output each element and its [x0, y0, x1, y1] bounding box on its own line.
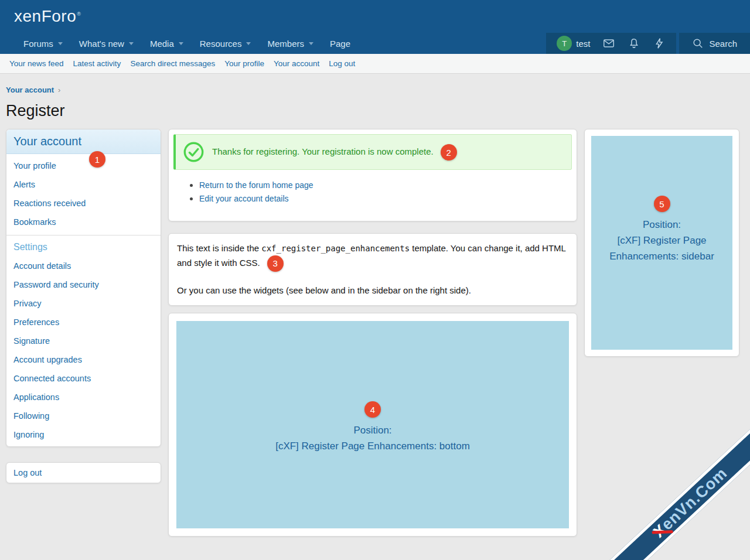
- note-text: This text is inside the: [177, 243, 261, 253]
- subnav-your-account[interactable]: Your account: [274, 59, 319, 68]
- list-item: Following: [6, 407, 161, 425]
- sidebar-item-password-and-security[interactable]: Password and security: [6, 275, 161, 294]
- chevron-down-icon: [309, 42, 313, 45]
- bolt-icon[interactable]: [653, 37, 666, 50]
- list-item: Bookmarks: [6, 213, 161, 231]
- annotation-badge-5: 5: [654, 196, 670, 212]
- sidebar-widget-placeholder: 5 Position: [cXF] Register Page Enhancem…: [591, 136, 732, 350]
- page-title: Register: [6, 102, 750, 120]
- list-item: Privacy: [6, 294, 161, 313]
- template-note-card: This text is inside the cxf_register_pag…: [168, 233, 577, 306]
- link-return-forum-home[interactable]: Return to the forum home page: [199, 180, 313, 190]
- nav-item-resources[interactable]: Resources: [192, 33, 260, 54]
- search-icon: [692, 37, 704, 49]
- annotation-badge-3: 3: [267, 255, 284, 272]
- widget-position-label: Position:: [353, 422, 391, 438]
- chevron-down-icon: [129, 42, 134, 45]
- content: Your account Your profile Alerts Reactio…: [0, 129, 750, 537]
- registered-mark: ®: [77, 11, 81, 17]
- username: test: [576, 39, 590, 49]
- list-item: Applications: [6, 388, 161, 407]
- list-item: Password and security: [6, 275, 161, 294]
- main-nav: Forums What's new Media Resources Member…: [0, 33, 750, 54]
- list-item: Account upgrades: [6, 350, 161, 369]
- bottom-widget-placeholder: 4 Position: [cXF] Register Page Enhancem…: [176, 321, 569, 528]
- logout-card: Log out: [6, 462, 161, 483]
- sidebar-item-connected-accounts[interactable]: Connected accounts: [6, 369, 161, 388]
- check-circle-icon: [183, 141, 204, 163]
- widget-position-value: [cXF] Register Page Enhancements: bottom: [275, 438, 470, 454]
- account-menu[interactable]: T test: [557, 36, 590, 51]
- sidebar-item-preferences[interactable]: Preferences: [6, 313, 161, 332]
- nav-label: Resources: [200, 39, 242, 49]
- header: xenForo® Forums What's new Media Resourc…: [0, 0, 750, 54]
- nav-label: Page: [330, 39, 350, 49]
- user-block: T test: [546, 33, 676, 54]
- sidebar-item-account-upgrades[interactable]: Account upgrades: [6, 350, 161, 369]
- breadcrumb-chevron-icon: ›: [58, 86, 60, 94]
- sidebar-item-following[interactable]: Following: [6, 407, 161, 425]
- nav-item-media[interactable]: Media: [142, 33, 192, 54]
- sidebar-item-bookmarks[interactable]: Bookmarks: [6, 213, 161, 231]
- template-note-paragraph-1: This text is inside the cxf_register_pag…: [177, 241, 568, 272]
- sidebar-item-account-details[interactable]: Account details: [6, 257, 161, 275]
- account-nav-group-1: Your profile Alerts Reactions received B…: [6, 154, 161, 234]
- sidebar-item-reactions-received[interactable]: Reactions received: [6, 194, 161, 213]
- nav-label: Forums: [23, 39, 53, 49]
- list-item: Connected accounts: [6, 369, 161, 388]
- widget-position-value: [cXF] Register Page Enhancements: sideba…: [598, 233, 725, 264]
- nav-label: What's new: [79, 39, 124, 49]
- subnav-your-profile[interactable]: Your profile: [224, 59, 264, 68]
- template-note-paragraph-2: Or you can use the widgets (see below an…: [177, 284, 568, 298]
- registration-complete-card: Thanks for registering. Your registratio…: [168, 129, 577, 221]
- search-button[interactable]: Search: [679, 33, 750, 54]
- search-label: Search: [709, 39, 737, 49]
- list-item: Signature: [6, 332, 161, 350]
- mail-icon[interactable]: [602, 37, 615, 50]
- sidebar-item-log-out[interactable]: Log out: [6, 463, 161, 483]
- right-column: 5 Position: [cXF] Register Page Enhancem…: [584, 129, 739, 357]
- link-edit-account-details[interactable]: Edit your account details: [199, 194, 289, 203]
- breadcrumb: Your account ›: [6, 86, 750, 94]
- bottom-widget-card: 4 Position: [cXF] Register Page Enhancem…: [168, 313, 577, 537]
- subnav-latest-activity[interactable]: Latest activity: [73, 59, 121, 68]
- success-message: Thanks for registering. Your registratio…: [212, 141, 457, 161]
- nav-item-whats-new[interactable]: What's new: [71, 33, 142, 54]
- sidebar-item-signature[interactable]: Signature: [6, 332, 161, 350]
- account-nav-card: Your account Your profile Alerts Reactio…: [6, 129, 161, 447]
- account-nav-header[interactable]: Your account: [6, 129, 161, 154]
- sidebar-widget-card: 5 Position: [cXF] Register Page Enhancem…: [584, 129, 739, 357]
- subnav-log-out[interactable]: Log out: [329, 59, 355, 68]
- list-item: Preferences: [6, 313, 161, 332]
- sub-nav: Your news feed Latest activity Search di…: [0, 54, 750, 74]
- sidebar-section-settings: Settings: [6, 237, 161, 257]
- template-name-code: cxf_register_page_enhancements: [261, 244, 410, 253]
- nav-item-forums[interactable]: Forums: [15, 33, 71, 54]
- breadcrumb-your-account[interactable]: Your account: [6, 86, 54, 94]
- sidebar-item-privacy[interactable]: Privacy: [6, 294, 161, 313]
- annotation-badge-4: 4: [364, 401, 381, 418]
- nav-label: Media: [150, 39, 174, 49]
- bell-icon[interactable]: [628, 37, 640, 50]
- annotation-badge-1: 1: [89, 151, 105, 168]
- nav-item-page[interactable]: Page: [322, 33, 359, 54]
- nav-item-members[interactable]: Members: [259, 33, 322, 54]
- nav-items: Forums What's new Media Resources Member…: [0, 33, 359, 54]
- site-logo[interactable]: xenForo®: [14, 7, 81, 26]
- list-item: Reactions received: [6, 194, 161, 213]
- sidebar-item-ignoring[interactable]: Ignoring: [6, 425, 161, 444]
- logo-row: xenForo®: [0, 0, 750, 33]
- sidebar-item-applications[interactable]: Applications: [6, 388, 161, 407]
- subnav-your-news-feed[interactable]: Your news feed: [9, 59, 64, 68]
- after-registration-links: Return to the forum home page Edit your …: [173, 170, 572, 216]
- main-column: Thanks for registering. Your registratio…: [168, 129, 577, 537]
- subnav-search-direct-messages[interactable]: Search direct messages: [130, 59, 215, 68]
- chevron-down-icon: [179, 42, 183, 45]
- list-item: Your profile: [6, 156, 161, 175]
- divider: [6, 235, 161, 235]
- avatar[interactable]: T: [557, 36, 572, 51]
- sidebar-item-alerts[interactable]: Alerts: [6, 175, 161, 194]
- sidebar-item-your-profile[interactable]: Your profile: [6, 156, 161, 175]
- list-item: Account details: [6, 257, 161, 275]
- list-item: Alerts: [6, 175, 161, 194]
